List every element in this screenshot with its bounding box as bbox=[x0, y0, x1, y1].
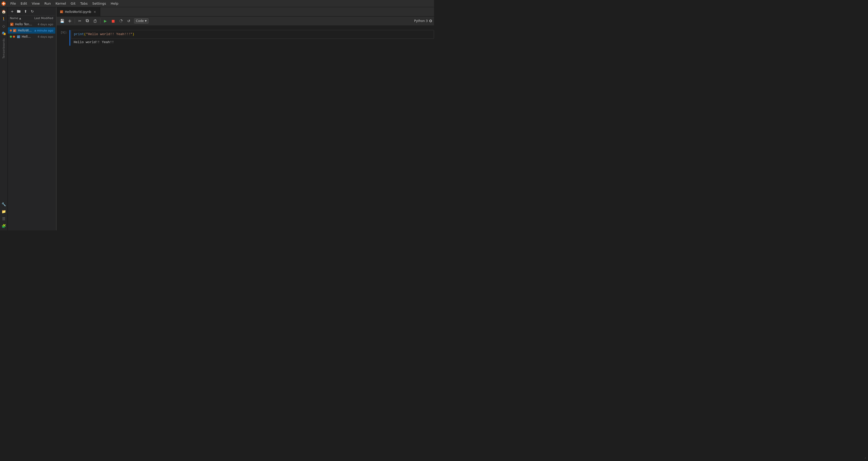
file-list: jp Hello Tensorflow.ipynb 4 days ago jp … bbox=[8, 21, 55, 230]
notebook-icon: jp bbox=[13, 28, 17, 33]
notebook-toolbar: 💾 + ✂ ▶ ■ bbox=[57, 17, 434, 25]
toolbar-separator-2 bbox=[100, 18, 100, 24]
cell-sidebar: [5]: bbox=[57, 30, 69, 46]
menubar: File Edit View Run Kernel Git Tabs Setti… bbox=[0, 0, 434, 7]
green-dot-icon bbox=[10, 36, 12, 38]
menu-settings[interactable]: Settings bbox=[90, 1, 108, 6]
py-file-icon: py bbox=[17, 35, 21, 39]
notebook-content: [5]: print("Hello world!! Yeah!!!") Hell… bbox=[57, 25, 434, 230]
svg-text:py: py bbox=[17, 36, 20, 38]
dot-icons bbox=[10, 36, 16, 38]
svg-text:jp: jp bbox=[60, 11, 62, 13]
refresh-button[interactable]: ↺ bbox=[125, 18, 132, 24]
file-date: a minute ago bbox=[33, 29, 53, 32]
sidebar-item-git[interactable]: ◇ bbox=[1, 23, 7, 29]
main-layout: 🏠 🚶 ◇ 🎭 Tensorboards 🔧 📁 ☰ 🧩 + ⬆ ↻ Name … bbox=[0, 7, 434, 230]
kernel-name-label: Python 3 bbox=[414, 19, 428, 23]
menu-tabs[interactable]: Tabs bbox=[78, 1, 90, 6]
restart-button[interactable] bbox=[118, 18, 124, 24]
cell-type-label: Code bbox=[136, 19, 144, 23]
app-logo bbox=[1, 1, 6, 6]
file-panel: + ⬆ ↻ Name ▲ Last Modified jp bbox=[8, 7, 56, 230]
cut-button[interactable]: ✂ bbox=[76, 18, 83, 24]
code-keyword: print bbox=[74, 32, 84, 36]
kernel-status-icon bbox=[429, 20, 432, 22]
file-name: HelloWorld.ipynb bbox=[18, 29, 33, 32]
tab-filename: HelloWorld.ipynb bbox=[65, 10, 91, 14]
list-item[interactable]: jp HelloWorld.ipynb a minute ago bbox=[8, 27, 55, 34]
menu-help[interactable]: Help bbox=[109, 1, 121, 6]
cell-type-selector[interactable]: Code ▼ bbox=[134, 18, 149, 24]
save-button[interactable]: 💾 bbox=[59, 18, 65, 24]
sidebar-item-extensions[interactable]: 🎭 bbox=[1, 30, 7, 37]
file-date: 4 days ago bbox=[33, 35, 53, 38]
upload-button[interactable]: ⬆ bbox=[23, 8, 28, 14]
col-name-header[interactable]: Name ▲ bbox=[10, 17, 33, 20]
tab-close-button[interactable]: × bbox=[93, 10, 97, 14]
refresh-button[interactable]: ↻ bbox=[29, 8, 35, 14]
code-cell: [5]: print("Hello world!! Yeah!!!") Hell… bbox=[57, 30, 434, 46]
kernel-info: Python 3 bbox=[414, 19, 432, 23]
code-paren-close: ) bbox=[132, 32, 134, 36]
new-file-button[interactable]: + bbox=[9, 8, 15, 14]
sort-arrow-icon: ▲ bbox=[19, 17, 21, 20]
cell-content[interactable]: print("Hello world!! Yeah!!!") Hello wor… bbox=[71, 30, 434, 46]
modified-dot-icon bbox=[10, 29, 12, 31]
svg-rect-9 bbox=[87, 20, 89, 22]
file-name: HelloHello.py bbox=[22, 35, 33, 38]
copy-button[interactable] bbox=[84, 18, 91, 24]
notebook-area: jp HelloWorld.ipynb × 💾 + ✂ bbox=[57, 7, 434, 230]
activity-bar: 🏠 🚶 ◇ 🎭 Tensorboards 🔧 📁 ☰ 🧩 bbox=[0, 7, 8, 230]
execution-count: [5]: bbox=[61, 31, 67, 34]
chevron-down-icon: ▼ bbox=[145, 20, 147, 22]
menu-file[interactable]: File bbox=[8, 1, 18, 6]
cell-output: Hello world!! Yeah!! bbox=[71, 39, 434, 46]
sidebar-item-puzzle[interactable]: 🧩 bbox=[1, 223, 7, 229]
file-panel-header: Name ▲ Last Modified bbox=[8, 16, 55, 21]
code-paren-open: ( bbox=[84, 32, 86, 36]
sidebar-item-folder[interactable]: 📁 bbox=[1, 208, 7, 215]
notebook-icon: jp bbox=[10, 22, 14, 26]
run-cell-button[interactable]: ▶ bbox=[102, 18, 109, 24]
menu-view[interactable]: View bbox=[30, 1, 42, 6]
menu-kernel[interactable]: Kernel bbox=[54, 1, 68, 6]
notebook-tab[interactable]: jp HelloWorld.ipynb × bbox=[57, 7, 100, 16]
cell-input[interactable]: print("Hello world!! Yeah!!!") bbox=[71, 30, 434, 39]
tensorboards-label[interactable]: Tensorboards bbox=[2, 37, 5, 59]
svg-rect-11 bbox=[94, 20, 96, 23]
sidebar-item-running[interactable]: 🚶 bbox=[1, 16, 7, 22]
svg-text:jp: jp bbox=[10, 24, 12, 26]
sidebar-item-list[interactable]: ☰ bbox=[1, 215, 7, 222]
paste-button[interactable] bbox=[92, 18, 99, 24]
menu-edit[interactable]: Edit bbox=[19, 1, 29, 6]
menu-git[interactable]: Git bbox=[69, 1, 78, 6]
orange-dot-icon bbox=[13, 36, 15, 38]
svg-rect-10 bbox=[86, 19, 88, 22]
svg-text:jp: jp bbox=[13, 30, 15, 32]
col-modified-header[interactable]: Last Modified bbox=[33, 17, 53, 20]
code-string: "Hello world!! Yeah!!!" bbox=[86, 32, 132, 36]
tab-notebook-icon: jp bbox=[60, 10, 63, 14]
list-item[interactable]: py HelloHello.py 4 days ago bbox=[8, 34, 55, 40]
file-date: 4 days ago bbox=[33, 23, 53, 26]
tab-bar: jp HelloWorld.ipynb × bbox=[57, 7, 434, 17]
stop-button[interactable]: ■ bbox=[110, 18, 117, 24]
new-folder-button[interactable] bbox=[16, 8, 22, 14]
menu-run[interactable]: Run bbox=[42, 1, 53, 6]
cell-active-indicator bbox=[69, 30, 70, 46]
add-cell-button[interactable]: + bbox=[66, 18, 73, 24]
sidebar-item-home[interactable]: 🏠 bbox=[1, 8, 7, 15]
sidebar-item-wrench[interactable]: 🔧 bbox=[1, 201, 7, 208]
file-name: Hello Tensorflow.ipynb bbox=[15, 23, 33, 26]
list-item[interactable]: jp Hello Tensorflow.ipynb 4 days ago bbox=[8, 21, 55, 27]
file-panel-toolbar: + ⬆ ↻ bbox=[8, 7, 55, 16]
